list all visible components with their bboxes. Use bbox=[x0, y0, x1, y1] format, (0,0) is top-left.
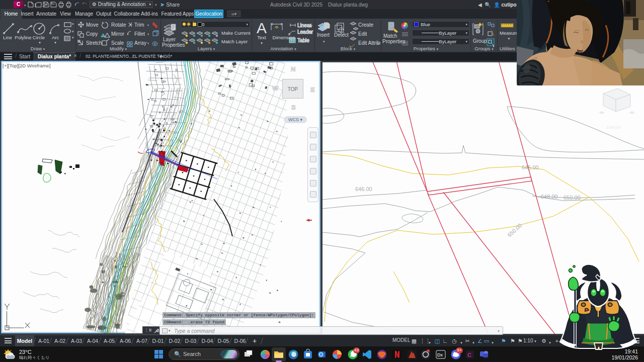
svg-text:▾: ▾ bbox=[377, 42, 379, 45]
svg-text:Insert: Insert bbox=[317, 32, 330, 38]
svg-text:▾: ▾ bbox=[147, 42, 149, 45]
svg-text:Detect: Detect bbox=[334, 32, 349, 38]
svg-text:646.00: 646.00 bbox=[355, 186, 372, 192]
svg-text:O: O bbox=[319, 352, 323, 357]
svg-text:▾: ▾ bbox=[310, 25, 312, 28]
svg-text:Match: Match bbox=[383, 33, 397, 39]
svg-text:650.00: 650.00 bbox=[506, 222, 523, 238]
svg-text:Scale: Scale bbox=[111, 40, 124, 46]
svg-text:Array: Array bbox=[134, 40, 146, 46]
svg-text:Stretch: Stretch bbox=[86, 40, 102, 46]
svg-text:Fillet: Fillet bbox=[134, 31, 145, 37]
svg-text:Edit: Edit bbox=[358, 31, 367, 37]
svg-text:Layer: Layer bbox=[163, 37, 176, 42]
svg-text:Trim: Trim bbox=[134, 22, 144, 28]
svg-text:Mirror: Mirror bbox=[111, 31, 125, 37]
svg-text:▾: ▾ bbox=[323, 40, 325, 43]
svg-text:648.00: 648.00 bbox=[541, 194, 558, 200]
svg-text:▾: ▾ bbox=[310, 31, 312, 34]
svg-text:Create: Create bbox=[358, 22, 373, 28]
svg-text:Rotate: Rotate bbox=[111, 22, 126, 28]
svg-text:Copy: Copy bbox=[86, 31, 98, 37]
svg-text:Linear: Linear bbox=[297, 23, 311, 28]
svg-text:▾: ▾ bbox=[147, 24, 149, 27]
svg-text:▾: ▾ bbox=[147, 33, 149, 36]
svg-text:C: C bbox=[467, 352, 471, 358]
svg-text:Group: Group bbox=[473, 38, 487, 44]
svg-text:Properties: Properties bbox=[382, 39, 406, 44]
svg-text:645.00: 645.00 bbox=[522, 164, 539, 170]
svg-text:Dx: Dx bbox=[437, 352, 443, 357]
svg-text:Table: Table bbox=[297, 38, 309, 43]
svg-text:1000.00: 1000.00 bbox=[606, 125, 621, 130]
svg-text:650.00: 650.00 bbox=[564, 195, 581, 201]
svg-text:Move: Move bbox=[86, 22, 99, 28]
